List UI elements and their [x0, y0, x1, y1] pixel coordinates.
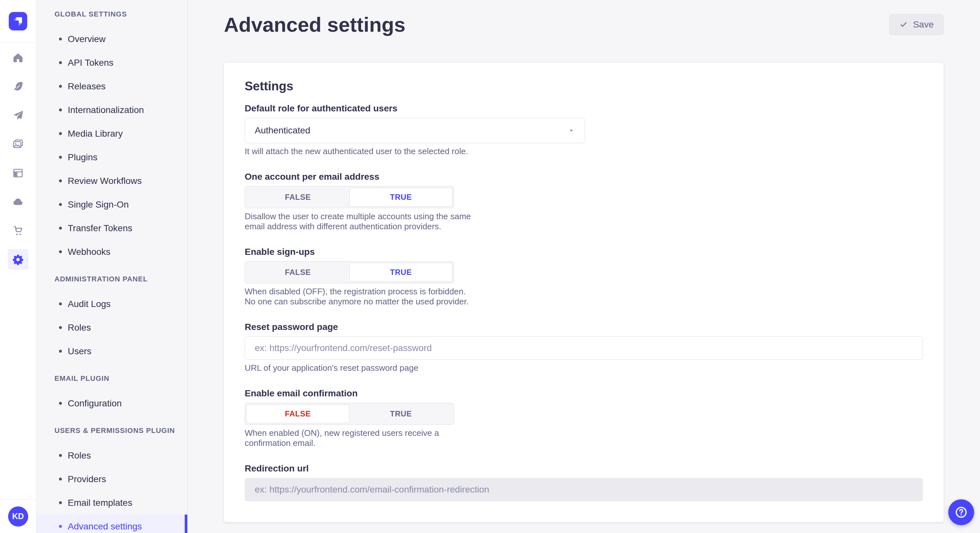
sidebar-item-internationalization[interactable]: Internationalization	[36, 98, 187, 122]
bullet-icon	[59, 501, 62, 504]
paper-plane-icon[interactable]	[8, 105, 29, 125]
sidebar-item-single-sign-on[interactable]: Single Sign-On	[36, 193, 187, 216]
email-confirmation-toggle[interactable]: FALSE TRUE	[245, 403, 454, 425]
sidebar-item-label: Audit Logs	[68, 299, 110, 309]
sidebar-item-audit-logs[interactable]: Audit Logs	[36, 292, 187, 316]
toggle-option-false[interactable]: FALSE	[246, 405, 349, 423]
bullet-icon	[59, 250, 62, 253]
bullet-icon	[59, 303, 62, 305]
avatar[interactable]: KD	[8, 506, 28, 527]
sidebar-item-review-workflows[interactable]: Review Workflows	[36, 169, 187, 193]
sidebar-item-providers[interactable]: Providers	[36, 467, 187, 491]
sidebar-item-label: Releases	[68, 81, 106, 92]
sidebar-item-overview[interactable]: Overview	[36, 27, 187, 51]
toggle-option-false[interactable]: FALSE	[246, 263, 349, 282]
sidebar-section: EMAIL PLUGIN Configuration	[36, 374, 187, 415]
bullet-icon	[59, 61, 62, 64]
sidebar-item-label: Roles	[68, 322, 91, 333]
chevron-down-icon	[568, 127, 575, 134]
home-icon[interactable]	[8, 47, 29, 68]
sidebar-item-webhooks[interactable]: Webhooks	[36, 240, 187, 263]
sidebar-item-label: Roles	[68, 451, 91, 461]
settings-card: Settings Default role for authenticated …	[224, 63, 944, 522]
toggle-option-true[interactable]: TRUE	[349, 188, 452, 206]
bullet-icon	[59, 402, 62, 405]
sidebar-item-label: Providers	[68, 474, 106, 484]
sidebar-item-users[interactable]: Users	[36, 339, 187, 363]
sidebar-item-releases[interactable]: Releases	[36, 75, 187, 98]
field-hint: URL of your application's reset password…	[245, 363, 923, 373]
bullet-icon	[59, 156, 62, 159]
cart-icon[interactable]	[8, 220, 29, 241]
one-account-toggle[interactable]: FALSE TRUE	[245, 186, 454, 208]
bullet-icon	[59, 38, 62, 40]
field-hint: Disallow the user to create multiple acc…	[245, 211, 471, 232]
select-value: Authenticated	[255, 125, 310, 136]
settings-gear-icon[interactable]	[8, 249, 29, 270]
field-redirection-url: Redirection url	[245, 463, 923, 501]
toggle-option-true[interactable]: TRUE	[349, 263, 452, 282]
cloud-icon[interactable]	[8, 191, 29, 212]
sidebar-item-label: Overview	[68, 34, 106, 44]
field-label: Redirection url	[245, 463, 923, 474]
field-hint: When enabled (ON), new registered users …	[245, 428, 471, 448]
strapi-logo-icon	[9, 12, 27, 30]
reset-password-input[interactable]	[245, 336, 923, 360]
sidebar-item-label: API Tokens	[68, 58, 113, 68]
toggle-option-false[interactable]: FALSE	[246, 188, 349, 206]
sidebar-item-advanced-settings[interactable]: Advanced settings	[36, 514, 187, 533]
page-title: Advanced settings	[224, 12, 406, 37]
media-icon[interactable]	[8, 134, 29, 154]
bullet-icon	[59, 132, 62, 135]
field-hint: When disabled (OFF), the registration pr…	[245, 287, 471, 307]
bullet-icon	[59, 203, 62, 206]
default-role-select[interactable]: Authenticated	[245, 118, 585, 143]
field-reset-password-page: Reset password page URL of your applicat…	[245, 322, 923, 373]
main-nav-rail: KD	[0, 0, 36, 533]
sidebar-item-transfer-tokens[interactable]: Transfer Tokens	[36, 216, 187, 240]
bullet-icon	[59, 179, 62, 182]
sidebar-item-roles[interactable]: Roles	[36, 316, 187, 339]
sidebar-item-configuration[interactable]: Configuration	[36, 392, 187, 415]
check-icon	[899, 21, 908, 29]
sidebar-item-label: Transfer Tokens	[68, 223, 132, 233]
save-button[interactable]: Save	[889, 14, 944, 35]
sidebar-item-roles[interactable]: Roles	[36, 444, 187, 467]
bullet-icon	[59, 326, 62, 329]
sidebar-item-plugins[interactable]: Plugins	[36, 145, 187, 169]
field-label: Reset password page	[245, 322, 923, 333]
sidebar-item-label: Single Sign-On	[68, 200, 129, 210]
sidebar-item-email-templates[interactable]: Email templates	[36, 491, 187, 514]
toggle-option-true[interactable]: TRUE	[349, 405, 452, 423]
enable-sign-ups-toggle[interactable]: FALSE TRUE	[245, 261, 454, 283]
strapi-logo[interactable]	[0, 0, 36, 43]
bullet-icon	[59, 227, 62, 230]
bullet-icon	[59, 477, 62, 481]
field-default-role: Default role for authenticated users Aut…	[245, 103, 923, 156]
feather-icon[interactable]	[8, 76, 29, 97]
field-enable-sign-ups: Enable sign-ups FALSE TRUE When disabled…	[245, 246, 923, 307]
sidebar-item-label: Users	[68, 346, 91, 357]
sidebar-item-media-library[interactable]: Media Library	[36, 122, 187, 145]
bullet-icon	[59, 108, 62, 111]
bullet-icon	[59, 525, 62, 528]
layout-icon[interactable]	[8, 163, 29, 183]
sidebar-section-title: ADMINISTRATION PANEL	[54, 275, 187, 283]
question-mark-icon	[954, 505, 968, 519]
bullet-icon	[59, 454, 62, 457]
help-button[interactable]	[948, 499, 974, 525]
sidebar-item-api-tokens[interactable]: API Tokens	[36, 51, 187, 75]
settings-sidebar: GLOBAL SETTINGS Overview API Tokens Rele…	[36, 0, 188, 533]
field-enable-email-confirmation: Enable email confirmation FALSE TRUE Whe…	[245, 388, 923, 448]
sidebar-section-title: GLOBAL SETTINGS	[54, 10, 187, 18]
sidebar-section: GLOBAL SETTINGS Overview API Tokens Rele…	[36, 10, 187, 263]
sidebar-item-label: Media Library	[68, 128, 123, 139]
bullet-icon	[59, 350, 62, 353]
sidebar-section-items: Configuration	[36, 392, 187, 415]
field-label: One account per email address	[245, 171, 923, 182]
rail-icon-list	[0, 43, 36, 270]
sidebar-item-label: Advanced settings	[68, 521, 142, 532]
sidebar-section: USERS & PERMISSIONS PLUGIN Roles Provide…	[36, 427, 187, 533]
field-hint: It will attach the new authenticated use…	[245, 146, 923, 156]
main-content: Advanced settings Save Settings Default …	[188, 0, 980, 533]
